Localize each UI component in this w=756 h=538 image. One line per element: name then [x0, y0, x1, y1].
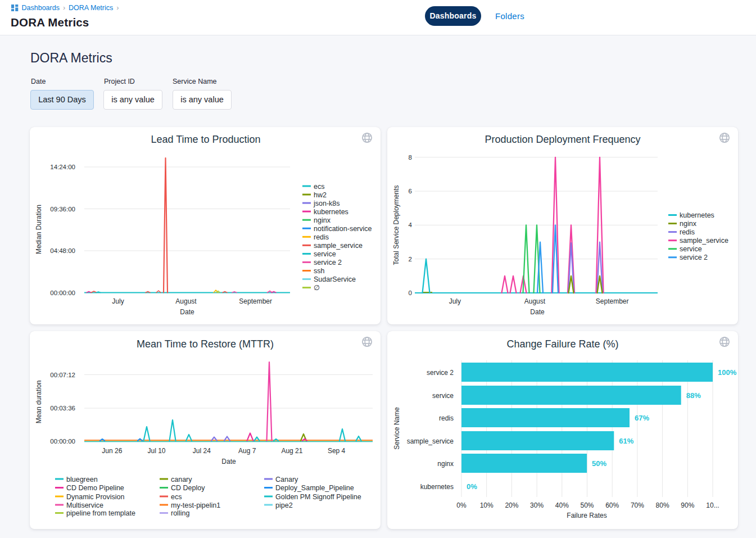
svg-text:Mean duration: Mean duration — [35, 381, 43, 424]
svg-text:Sep 4: Sep 4 — [328, 447, 346, 455]
svg-text:00:07:12: 00:07:12 — [50, 372, 75, 378]
svg-text:Total Service Deployments: Total Service Deployments — [392, 185, 400, 265]
svg-text:Median Duration: Median Duration — [35, 205, 43, 254]
svg-text:Change Failure Rate (%): Change Failure Rate (%) — [506, 338, 618, 350]
svg-text:∅: ∅ — [314, 284, 320, 292]
svg-text:July: July — [449, 297, 461, 305]
svg-text:Date: Date — [180, 308, 194, 316]
svg-text:service: service — [314, 250, 336, 258]
svg-text:4: 4 — [409, 221, 413, 228]
svg-text:sample_service: sample_service — [680, 237, 728, 245]
svg-text:Golden PM Signoff Pipeline: Golden PM Signoff Pipeline — [275, 493, 361, 501]
svg-text:Lead Time to Production: Lead Time to Production — [151, 134, 260, 145]
svg-text:redis: redis — [314, 233, 329, 241]
svg-text:Mean Time to Restore (MTTR): Mean Time to Restore (MTTR) — [137, 338, 274, 350]
svg-text:14:24:00: 14:24:00 — [50, 164, 75, 170]
svg-text:nginx: nginx — [314, 216, 331, 224]
svg-text:0: 0 — [409, 290, 412, 296]
svg-text:09:36:00: 09:36:00 — [50, 206, 75, 213]
svg-text:50%: 50% — [592, 459, 606, 468]
svg-text:kubernetes: kubernetes — [420, 483, 454, 491]
svg-text:Production Deployment Frequenc: Production Deployment Frequency — [485, 134, 640, 145]
svg-text:60%: 60% — [605, 501, 619, 509]
svg-text:notification-service: notification-service — [314, 225, 372, 233]
svg-text:sample_service: sample_service — [314, 242, 363, 250]
svg-text:CD Demo Pipeline: CD Demo Pipeline — [66, 484, 124, 492]
svg-text:Aug 21: Aug 21 — [281, 447, 302, 455]
svg-text:0%: 0% — [456, 501, 467, 509]
svg-text:2: 2 — [409, 256, 412, 263]
svg-text:service: service — [680, 245, 702, 253]
svg-text:August: August — [175, 297, 197, 305]
svg-text:88%: 88% — [686, 391, 701, 400]
svg-text:6: 6 — [409, 188, 412, 195]
svg-text:8: 8 — [409, 154, 412, 161]
svg-text:service: service — [432, 392, 454, 400]
svg-text:40%: 40% — [555, 501, 569, 509]
svg-text:Canary: Canary — [275, 476, 298, 483]
svg-text:SudarService: SudarService — [314, 275, 356, 283]
svg-text:September: September — [239, 297, 272, 305]
svg-text:Deploy_Sample_Pipeline: Deploy_Sample_Pipeline — [275, 484, 354, 492]
svg-text:redis: redis — [439, 414, 454, 422]
svg-text:00:00:00: 00:00:00 — [50, 438, 75, 445]
svg-text:September: September — [596, 297, 629, 305]
svg-text:service 2: service 2 — [680, 254, 708, 261]
svg-text:Date: Date — [530, 308, 545, 316]
svg-text:80%: 80% — [656, 501, 669, 509]
svg-text:100%: 100% — [718, 368, 737, 377]
svg-text:July: July — [112, 297, 124, 305]
svg-text:my-test-pipelin1: my-test-pipelin1 — [171, 501, 220, 509]
svg-text:service 2: service 2 — [427, 369, 454, 377]
svg-text:ssh: ssh — [314, 267, 325, 275]
svg-text:pipe2: pipe2 — [275, 501, 293, 509]
svg-text:sample_service: sample_service — [407, 437, 454, 445]
svg-text:50%: 50% — [580, 501, 594, 509]
svg-text:nginx: nginx — [680, 220, 697, 228]
svg-text:Date: Date — [221, 458, 236, 465]
svg-text:August: August — [524, 297, 546, 305]
svg-text:pipeline from template: pipeline from template — [66, 509, 135, 517]
svg-text:bluegreen: bluegreen — [66, 476, 98, 483]
svg-text:20%: 20% — [505, 501, 518, 509]
svg-text:10%: 10% — [480, 501, 494, 509]
svg-text:04:48:00: 04:48:00 — [50, 247, 75, 254]
svg-text:61%: 61% — [619, 437, 633, 445]
svg-text:00:00:00: 00:00:00 — [50, 290, 75, 296]
svg-text:Failure Rates: Failure Rates — [567, 512, 606, 519]
svg-text:ecs: ecs — [171, 493, 182, 501]
svg-text:30%: 30% — [530, 501, 544, 509]
svg-text:rolling: rolling — [171, 509, 189, 517]
svg-text:0%: 0% — [467, 482, 477, 491]
svg-text:redis: redis — [680, 228, 695, 236]
svg-text:CD Deploy: CD Deploy — [171, 484, 205, 492]
svg-text:hw2: hw2 — [314, 191, 327, 199]
svg-text:canary: canary — [171, 476, 192, 483]
svg-text:90%: 90% — [681, 501, 694, 509]
svg-text:Jun 26: Jun 26 — [102, 447, 122, 455]
svg-text:10...: 10... — [706, 501, 719, 509]
svg-text:kubernetes: kubernetes — [314, 208, 348, 216]
svg-text:Dynamic Provision: Dynamic Provision — [66, 493, 125, 501]
svg-text:nginx: nginx — [437, 460, 454, 468]
svg-text:json-k8s: json-k8s — [313, 200, 340, 207]
svg-text:Aug 7: Aug 7 — [238, 447, 256, 455]
svg-text:Jul 24: Jul 24 — [193, 447, 211, 455]
svg-text:00:03:36: 00:03:36 — [50, 405, 75, 412]
svg-text:service 2: service 2 — [314, 259, 342, 266]
svg-text:Multiservice: Multiservice — [66, 501, 103, 509]
svg-text:Service Name: Service Name — [393, 407, 401, 450]
svg-text:Jul 10: Jul 10 — [147, 447, 165, 455]
svg-text:67%: 67% — [635, 414, 649, 422]
svg-text:kubernetes: kubernetes — [680, 211, 714, 219]
svg-text:70%: 70% — [631, 501, 644, 509]
svg-text:ecs: ecs — [314, 183, 324, 191]
